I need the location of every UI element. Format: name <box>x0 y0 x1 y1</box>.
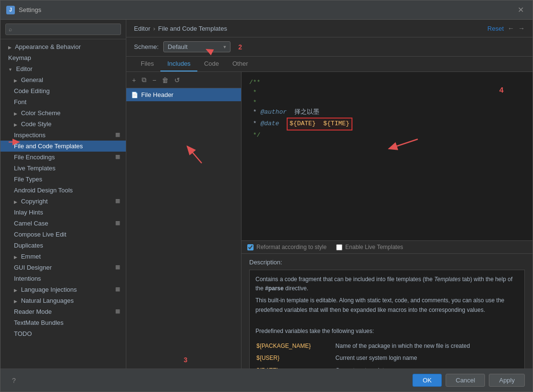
live-templates-checkbox[interactable] <box>336 244 342 250</box>
description-text-2: This built-in template is editable. Alon… <box>255 296 519 314</box>
template-list-items: 📄 File Header <box>126 88 241 340</box>
sidebar-item-label: Code Style <box>21 120 52 128</box>
reset-button[interactable]: Reset <box>487 25 504 32</box>
sidebar-item-textmate-bundles[interactable]: TextMate Bundles <box>0 317 126 328</box>
sidebar-item-label: Camel Case <box>14 220 48 227</box>
annotation-3: 3 <box>184 356 188 364</box>
sidebar-item-language-injections[interactable]: Language Injections ▦ <box>0 284 126 295</box>
gui-designer-badge: ▦ <box>115 264 120 270</box>
sidebar-item-label: Editor <box>16 65 33 72</box>
reader-mode-badge: ▦ <box>115 308 120 314</box>
code-line-5: * @date ${DATE} ${TIME} <box>249 118 525 131</box>
apply-button[interactable]: Apply <box>489 374 525 387</box>
reformat-checkbox[interactable] <box>247 244 254 250</box>
editor-area: /** * * * @author 择之以墨 * @date ${DATE} $… <box>242 72 533 368</box>
sidebar-item-android-design-tools[interactable]: Android Design Tools <box>0 185 126 196</box>
sidebar-item-code-style[interactable]: Code Style <box>0 119 126 130</box>
sidebar-item-live-templates[interactable]: Live Templates <box>0 163 126 174</box>
table-row: ${DATE} Current system date <box>256 365 518 369</box>
tab-includes[interactable]: Includes <box>160 57 197 71</box>
sidebar-item-label: Appearance & Behavior <box>15 43 81 50</box>
sidebar-item-color-scheme[interactable]: Color Scheme <box>0 107 126 119</box>
dialog-title: Settings <box>19 6 41 13</box>
sidebar-item-intentions[interactable]: Intentions <box>0 273 126 284</box>
tab-code[interactable]: Code <box>197 57 226 71</box>
sidebar-item-camel-case[interactable]: Camel Case ▦ <box>0 218 126 229</box>
sidebar-item-copyright[interactable]: Copyright ▦ <box>0 196 126 207</box>
list-toolbar: + ⧉ − 🗑 ↺ <box>126 72 241 88</box>
description-text-1: Contains a code fragment that can be inc… <box>255 275 519 293</box>
app-icon: J <box>6 6 15 14</box>
template-file-icon: 📄 <box>131 92 138 98</box>
sidebar-item-file-types[interactable]: File Types <box>0 174 126 185</box>
reformat-label: Reformat according to style <box>256 244 327 250</box>
sidebar-item-gui-designer[interactable]: GUI Designer ▦ <box>0 262 126 273</box>
sidebar-item-label: Natural Languages <box>21 297 74 304</box>
variables-table: ${PACKAGE_NAME} Name of the package in w… <box>255 340 519 368</box>
sidebar-item-general[interactable]: General <box>0 74 126 85</box>
delete-template-button[interactable]: 🗑 <box>160 75 170 85</box>
sidebar-item-emmet[interactable]: Emmet <box>0 251 126 262</box>
breadcrumb-bar: Editor › File and Code Templates Reset ←… <box>126 20 533 37</box>
sidebar-item-code-editing[interactable]: Code Editing <box>0 85 126 96</box>
scheme-select[interactable]: Default Project <box>163 41 230 52</box>
sidebar-item-label: Copyright <box>21 198 48 205</box>
search-input[interactable] <box>5 24 121 35</box>
code-line-3: * <box>249 98 525 108</box>
sidebar-item-file-encodings[interactable]: File Encodings ▦ <box>0 152 126 163</box>
var-name-3: ${DATE} <box>256 365 335 369</box>
help-button[interactable]: ? <box>8 375 20 386</box>
sidebar-item-font[interactable]: Font <box>0 96 126 107</box>
scheme-row: Scheme: Default Project 2 <box>126 37 533 57</box>
sidebar-item-keymap[interactable]: Keymap <box>0 52 126 63</box>
var-desc-1: Name of the package in which the new fil… <box>336 341 518 352</box>
tab-other[interactable]: Other <box>226 57 255 71</box>
breadcrumb-parent: Editor <box>134 25 150 32</box>
remove-template-button[interactable]: − <box>150 75 158 85</box>
annotation-2: 2 <box>238 43 242 51</box>
camel-case-badge: ▦ <box>115 220 120 226</box>
search-bar: ⌕ <box>0 20 126 39</box>
reformat-checkbox-wrap[interactable]: Reformat according to style <box>247 244 327 250</box>
forward-button[interactable]: → <box>518 24 525 32</box>
sidebar-item-inspections[interactable]: Inspections ▦ 1 <box>0 130 126 141</box>
close-button[interactable]: ✕ <box>515 4 527 15</box>
add-template-button[interactable]: + <box>130 75 138 85</box>
sidebar-item-inlay-hints[interactable]: Inlay Hints <box>0 207 126 218</box>
ok-button[interactable]: OK <box>412 374 442 387</box>
sidebar-item-label: Font <box>14 98 26 106</box>
sidebar-item-label: File Types <box>14 176 42 183</box>
code-line-2: * <box>249 88 525 98</box>
copy-template-button[interactable]: ⧉ <box>140 75 148 85</box>
sidebar-item-reader-mode[interactable]: Reader Mode ▦ <box>0 306 126 317</box>
sidebar-item-label: Compose Live Edit <box>14 231 66 238</box>
sidebar-item-editor[interactable]: Editor <box>0 63 126 74</box>
sidebar-item-file-and-code-templates[interactable]: File and Code Templates <box>0 141 126 152</box>
description-area: Description: Contains a code fragment th… <box>242 253 533 368</box>
sidebar-item-appearance-behavior[interactable]: Appearance & Behavior <box>0 41 126 52</box>
template-item-file-header[interactable]: 📄 File Header <box>126 88 241 101</box>
sidebar-item-label: Emmet <box>21 253 41 260</box>
copyright-badge: ▦ <box>115 198 120 204</box>
title-bar-left: J Settings <box>6 6 41 14</box>
sidebar-item-compose-live-edit[interactable]: Compose Live Edit <box>0 229 126 240</box>
reset-template-button[interactable]: ↺ <box>172 75 182 85</box>
tabs-row: Files Includes Code Other <box>126 57 533 72</box>
back-button[interactable]: ← <box>508 24 514 32</box>
title-bar: J Settings ✕ <box>0 0 533 20</box>
cancel-button[interactable]: Cancel <box>446 374 485 387</box>
code-editor[interactable]: /** * * * @author 择之以墨 * @date ${DATE} $… <box>242 72 533 240</box>
tab-files[interactable]: Files <box>134 57 160 71</box>
dialog-footer: ? OK Cancel Apply <box>0 368 533 392</box>
sidebar-item-label: GUI Designer <box>14 264 52 271</box>
sidebar-item-label: Language Injections <box>21 286 77 293</box>
live-templates-checkbox-wrap[interactable]: Enable Live Templates <box>336 244 403 250</box>
sidebar-item-duplicates[interactable]: Duplicates <box>0 240 126 251</box>
content-split: + ⧉ − 🗑 ↺ 📄 File Header 3 <box>126 72 533 368</box>
sidebar-item-todo[interactable]: TODO <box>0 328 126 339</box>
sidebar-item-label: Android Design Tools <box>14 187 73 194</box>
inspections-badge: ▦ <box>115 131 120 138</box>
scheme-label: Scheme: <box>134 43 158 50</box>
sidebar-item-natural-languages[interactable]: Natural Languages <box>0 295 126 306</box>
var-name-2: ${USER} <box>256 353 335 364</box>
